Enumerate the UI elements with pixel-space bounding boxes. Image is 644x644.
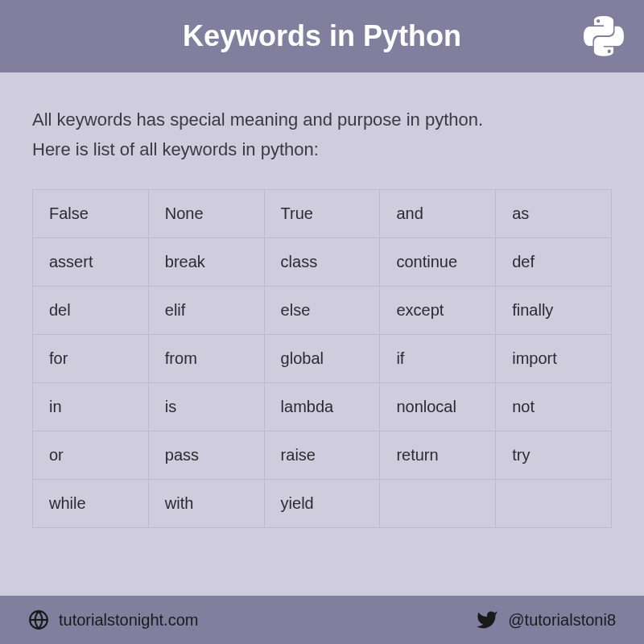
keyword-cell: False [33,189,149,237]
keywords-table: FalseNoneTrueandasassertbreakclasscontin… [32,189,612,528]
keyword-cell: True [264,189,380,237]
table-row: FalseNoneTrueandas [33,189,612,237]
keyword-cell: None [148,189,264,237]
keyword-cell: class [264,237,380,286]
keyword-cell: yield [264,479,380,527]
table-row: inislambdanonlocalnot [33,382,612,431]
intro-line-1: All keywords has special meaning and pur… [32,105,612,134]
keyword-cell: while [33,479,149,527]
keyword-cell: break [148,237,264,286]
twitter-icon [476,609,498,631]
keyword-cell: as [496,189,612,237]
keyword-cell [496,479,612,527]
globe-icon [28,609,49,630]
twitter-handle: @tutorialstoni8 [508,611,616,630]
keyword-cell [380,479,496,527]
keyword-cell: and [380,189,496,237]
keyword-cell: global [264,334,380,382]
table-row: assertbreakclasscontinuedef [33,237,612,286]
keyword-cell: not [496,382,612,431]
keyword-cell: else [264,286,380,334]
website-text: tutorialstonight.com [59,611,198,630]
keyword-cell: try [496,431,612,479]
table-row: forfromglobalifimport [33,334,612,382]
keyword-cell: in [33,382,149,431]
table-row: whilewithyield [33,479,612,527]
keyword-cell: import [496,334,612,382]
keyword-cell: del [33,286,149,334]
footer-twitter: @tutorialstoni8 [476,609,616,631]
intro-line-2: Here is list of all keywords in python: [32,134,612,164]
keyword-cell: or [33,431,149,479]
table-row: orpassraisereturntry [33,431,612,479]
keyword-cell: pass [148,431,264,479]
page-header: Keywords in Python [0,0,644,72]
footer-website: tutorialstonight.com [28,609,198,630]
keyword-cell: return [380,431,496,479]
keyword-cell: assert [33,237,149,286]
keyword-cell: nonlocal [380,382,496,431]
page-footer: tutorialstonight.com @tutorialstoni8 [0,596,644,644]
keyword-cell: if [380,334,496,382]
keyword-cell: from [148,334,264,382]
keyword-cell: def [496,237,612,286]
keyword-cell: except [380,286,496,334]
page-title: Keywords in Python [183,19,461,53]
intro-text: All keywords has special meaning and pur… [32,105,612,165]
keyword-cell: finally [496,286,612,334]
content-area: All keywords has special meaning and pur… [0,72,644,596]
keyword-cell: raise [264,431,380,479]
table-row: delelifelseexceptfinally [33,286,612,334]
keyword-cell: for [33,334,149,382]
keyword-cell: lambda [264,382,380,431]
keyword-cell: is [148,382,264,431]
keyword-cell: continue [380,237,496,286]
keyword-cell: with [148,479,264,527]
python-logo-icon [584,16,624,56]
keyword-cell: elif [148,286,264,334]
